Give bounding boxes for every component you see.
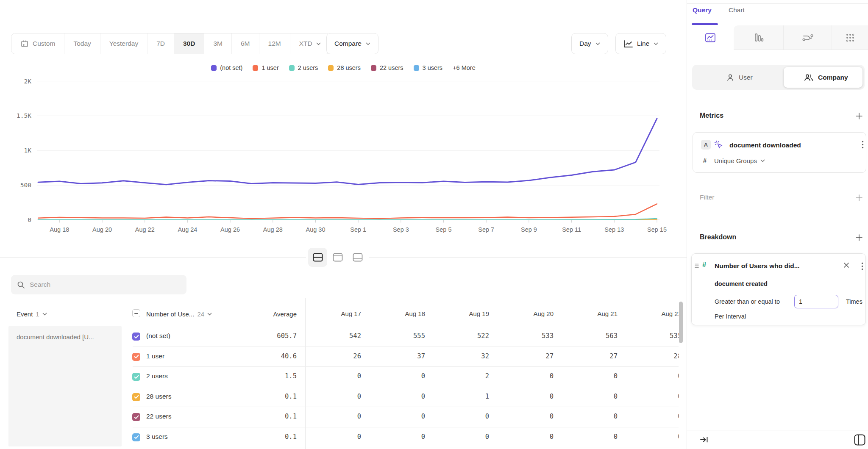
- date-column-header: Aug 19: [442, 310, 489, 317]
- average-value: 0.1: [233, 413, 297, 420]
- search-icon: [17, 281, 25, 289]
- numeric-type-glyph: #: [703, 157, 707, 164]
- add-filter-button[interactable]: [854, 193, 864, 203]
- line-chart[interactable]: 05001K1.5K2KAug 18Aug 20Aug 22Aug 24Aug …: [0, 54, 687, 237]
- query-panel: User Company Metrics A document download…: [687, 0, 868, 449]
- chevron-down-icon: [760, 159, 765, 162]
- split-view-icon[interactable]: [854, 434, 865, 446]
- table-cell: 2: [442, 372, 489, 380]
- svg-text:Sep 11: Sep 11: [562, 226, 581, 233]
- values-grid: Aug 17Aug 18Aug 19Aug 20Aug 21Aug 225425…: [305, 297, 679, 449]
- series-checkbox[interactable]: [132, 393, 140, 401]
- range-option-3m[interactable]: 3M: [204, 33, 231, 54]
- series-label: 3 users: [146, 433, 168, 441]
- layout-option-top-panel[interactable]: [328, 248, 347, 267]
- table-cell: 27: [571, 352, 618, 360]
- series-checkbox[interactable]: [132, 333, 140, 341]
- granularity-button[interactable]: Day: [571, 33, 608, 54]
- range-option-12m[interactable]: 12M: [259, 33, 290, 54]
- svg-text:1K: 1K: [24, 147, 32, 154]
- row-separator: [133, 346, 679, 347]
- table-cell: 37: [378, 352, 425, 360]
- table-cell: 0: [635, 413, 679, 420]
- select-all-checkbox[interactable]: [132, 309, 140, 317]
- granularity-label: Day: [579, 40, 591, 47]
- collapse-panel-icon[interactable]: [700, 436, 708, 443]
- panel-tab-chart[interactable]: Chart: [729, 6, 745, 14]
- cursor-click-icon: [713, 139, 724, 150]
- close-icon[interactable]: [843, 262, 849, 268]
- panel-bottom-bar: [687, 430, 868, 449]
- top-panel-icon: [333, 253, 343, 262]
- series-checkbox[interactable]: [132, 353, 140, 361]
- table-cell: 0: [442, 433, 489, 441]
- viz-tab-insights-line[interactable]: [687, 25, 734, 50]
- entity-option-company[interactable]: Company: [804, 65, 848, 90]
- breakdown-property-selector[interactable]: Number of Users who did...: [715, 262, 800, 270]
- svg-text:Aug 24: Aug 24: [178, 226, 197, 233]
- series-checkbox[interactable]: [132, 373, 140, 381]
- range-option-yesterday[interactable]: Yesterday: [100, 33, 147, 54]
- layout-option-split-rows[interactable]: [308, 248, 327, 267]
- metric-card: A document downloaded # Unique Groups: [693, 132, 866, 173]
- kebab-menu-icon[interactable]: [862, 141, 864, 149]
- series-label: 2 users: [146, 372, 168, 380]
- layout-toggle-group: [306, 246, 369, 269]
- add-breakdown-button[interactable]: [854, 233, 864, 243]
- svg-text:Sep 3: Sep 3: [393, 226, 409, 233]
- interval-label: Per Interval: [715, 313, 746, 320]
- table-cell: 0: [314, 413, 361, 420]
- series-line: [38, 119, 657, 185]
- range-option-xtd[interactable]: XTD: [290, 33, 330, 54]
- chart-style-button[interactable]: Line: [615, 33, 666, 54]
- kebab-menu-icon[interactable]: [861, 262, 863, 270]
- svg-text:Aug 30: Aug 30: [306, 226, 325, 233]
- average-value: 0.1: [233, 433, 297, 441]
- event-column-header[interactable]: Event 1: [17, 310, 47, 318]
- series-checkbox[interactable]: [132, 413, 140, 421]
- add-metric-button[interactable]: [854, 111, 864, 121]
- indeterminate-mark: [134, 313, 138, 314]
- svg-text:Sep 5: Sep 5: [436, 226, 452, 233]
- event-row[interactable]: document downloaded [U...: [8, 326, 122, 446]
- aggregation-selector[interactable]: Unique Groups: [714, 157, 765, 164]
- table-cell: 563: [571, 332, 618, 340]
- range-option-today[interactable]: Today: [64, 33, 100, 54]
- svg-text:Sep 13: Sep 13: [604, 226, 624, 233]
- panel-top-divider: [687, 3, 868, 4]
- filter-heading: Filter: [700, 194, 714, 201]
- layout-option-bottom-panel[interactable]: [348, 248, 367, 267]
- range-option-7d[interactable]: 7D: [147, 33, 174, 54]
- range-option-6m[interactable]: 6M: [231, 33, 259, 54]
- metrics-heading: Metrics: [700, 112, 723, 119]
- date-range-selector: CustomTodayYesterday7D30D3M6M12MXTD: [11, 33, 330, 54]
- panel-tab-query[interactable]: Query: [693, 6, 712, 14]
- table-cell: 0: [571, 413, 618, 420]
- svg-text:2K: 2K: [24, 78, 32, 85]
- breakdown-column-header[interactable]: Number of Use... 24: [146, 310, 212, 318]
- drag-handle-icon[interactable]: [695, 263, 699, 269]
- company-option-label: Company: [818, 74, 848, 81]
- svg-text:500: 500: [20, 182, 31, 188]
- table-cell: 27: [507, 352, 554, 360]
- table-cell: 0: [571, 433, 618, 441]
- compare-button[interactable]: Compare: [326, 33, 378, 54]
- viz-tab-flow-chart[interactable]: [783, 25, 832, 50]
- viz-tab-matrix-chart[interactable]: [832, 25, 868, 50]
- search-input[interactable]: [30, 281, 181, 288]
- entity-option-user[interactable]: User: [726, 65, 753, 90]
- breakdown-card: # Number of Users who did... document cr…: [691, 253, 866, 325]
- metric-event-selector[interactable]: document downloaded: [729, 141, 801, 149]
- table-cell: 0: [571, 372, 618, 380]
- chevron-down-icon: [42, 313, 47, 316]
- series-line: [38, 204, 657, 219]
- condition-value-input[interactable]: [794, 295, 838, 308]
- viz-tab-bar-chart[interactable]: [734, 25, 783, 50]
- range-option-30d[interactable]: 30D: [174, 33, 204, 54]
- table-cell: 0: [314, 393, 361, 400]
- table-cell: 28: [635, 352, 679, 360]
- range-option-custom[interactable]: Custom: [11, 33, 64, 54]
- series-checkbox[interactable]: [132, 433, 140, 441]
- vertical-scrollbar[interactable]: [679, 302, 683, 343]
- chevron-down-icon: [654, 42, 658, 45]
